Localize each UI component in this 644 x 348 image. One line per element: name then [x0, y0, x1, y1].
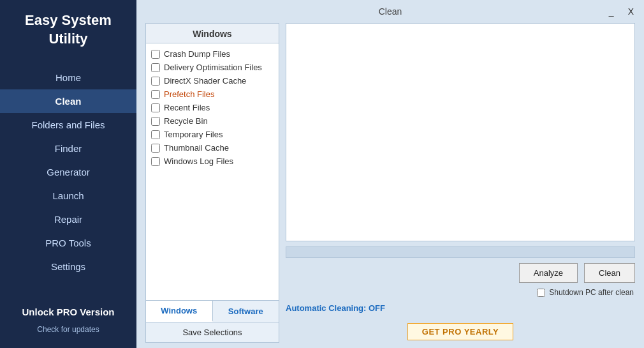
checklist-checkbox-7[interactable] — [151, 144, 160, 153]
output-area — [286, 23, 635, 241]
sidebar-item-home[interactable]: Home — [0, 66, 136, 89]
title-bar: Clean _ X — [136, 0, 644, 23]
checklist-checkbox-1[interactable] — [151, 63, 160, 72]
list-item: Prefetch Files — [151, 87, 274, 101]
shutdown-row: Shutdown PC after clean — [286, 288, 635, 297]
sidebar-item-finder[interactable]: Finder — [0, 137, 136, 160]
analyze-button[interactable]: Analyze — [519, 263, 578, 283]
window-controls: _ X — [605, 5, 638, 18]
list-item: Crash Dump Files — [151, 47, 274, 61]
unlock-pro-button[interactable]: Unlock PRO Version — [0, 301, 136, 322]
list-item: Recycle Bin — [151, 114, 274, 128]
auto-clean-row: Automatic Cleaning: OFF — [286, 302, 635, 314]
auto-clean-text: Automatic Cleaning: OFF — [286, 303, 385, 313]
shutdown-checkbox[interactable] — [537, 289, 545, 297]
list-item: Thumbnail Cache — [151, 141, 274, 155]
tab-row: WindowsSoftware — [146, 300, 279, 322]
checklist-checkbox-5[interactable] — [151, 117, 160, 126]
list-item: DirectX Shader Cache — [151, 74, 274, 87]
get-pro-row: GET PRO YEARLY — [286, 319, 635, 343]
sidebar-item-repair[interactable]: Repair — [0, 208, 136, 231]
sidebar-item-generator[interactable]: Generator — [0, 160, 136, 184]
shutdown-label: Shutdown PC after clean — [549, 288, 634, 297]
list-item: Temporary Files — [151, 128, 274, 141]
checklist-checkbox-2[interactable] — [151, 77, 160, 86]
app-title: Easy System Utility — [0, 0, 136, 66]
checklist-label: Recycle Bin — [164, 116, 208, 126]
left-panel: Windows Crash Dump FilesDelivery Optimis… — [145, 23, 279, 343]
checklist-checkbox-0[interactable] — [151, 50, 160, 59]
checklist-label: Temporary Files — [164, 130, 223, 139]
action-row: Analyze Clean — [286, 263, 635, 283]
checklist-label: Crash Dump Files — [164, 49, 230, 59]
sidebar-item-settings[interactable]: Settings — [0, 255, 136, 278]
checklist-label: Thumbnail Cache — [164, 143, 229, 153]
list-item: Delivery Optimisation Files — [151, 61, 274, 74]
sidebar-item-launch[interactable]: Launch — [0, 184, 136, 208]
checklist-checkbox-3[interactable] — [151, 90, 160, 99]
save-selections-button[interactable]: Save Selections — [146, 322, 279, 342]
progress-bar-container — [286, 246, 635, 258]
clean-button[interactable]: Clean — [584, 263, 635, 283]
sidebar-item-pro-tools[interactable]: PRO Tools — [0, 231, 136, 255]
sidebar-item-folders-and-files[interactable]: Folders and Files — [0, 113, 136, 137]
checklist-checkbox-8[interactable] — [151, 157, 160, 166]
sidebar: Easy System Utility HomeCleanFolders and… — [0, 0, 136, 348]
list-item: Windows Log Files — [151, 155, 274, 168]
sidebar-nav: HomeCleanFolders and FilesFinderGenerato… — [0, 66, 136, 278]
checklist-label: Recent Files — [164, 103, 210, 112]
right-panel: Analyze Clean Shutdown PC after clean Au… — [286, 23, 635, 343]
window-title: Clean — [379, 6, 402, 17]
checklist-label: Delivery Optimisation Files — [164, 63, 262, 72]
panels-container: Windows Crash Dump FilesDelivery Optimis… — [136, 23, 644, 348]
sidebar-item-clean[interactable]: Clean — [0, 89, 136, 113]
tab-windows[interactable]: Windows — [146, 301, 213, 322]
checklist-label: Prefetch Files — [164, 89, 214, 99]
list-item: Recent Files — [151, 101, 274, 114]
main-content: Clean _ X Windows Crash Dump FilesDelive… — [136, 0, 644, 348]
check-updates-link[interactable]: Check for updates — [0, 322, 136, 337]
checklist-label: DirectX Shader Cache — [164, 76, 246, 86]
minimize-button[interactable]: _ — [605, 5, 618, 18]
checklist-label: Windows Log Files — [164, 156, 233, 166]
get-pro-button[interactable]: GET PRO YEARLY — [407, 323, 513, 340]
sidebar-bottom: Unlock PRO Version Check for updates — [0, 301, 136, 348]
checklist-checkbox-4[interactable] — [151, 103, 160, 112]
tab-software[interactable]: Software — [213, 301, 279, 322]
save-row: Save Selections — [146, 322, 279, 342]
checklist-checkbox-6[interactable] — [151, 130, 160, 139]
checklist: Crash Dump FilesDelivery Optimisation Fi… — [146, 43, 279, 300]
close-button[interactable]: X — [624, 5, 638, 18]
section-title: Windows — [146, 24, 279, 43]
